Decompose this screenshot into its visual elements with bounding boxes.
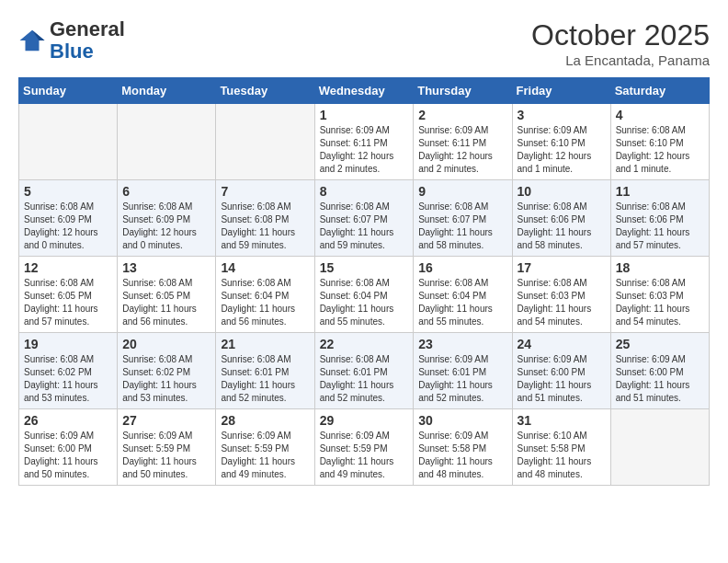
day-number: 24 <box>518 337 606 351</box>
calendar-cell: 7Sunrise: 6:08 AM Sunset: 6:08 PM Daylig… <box>216 180 314 257</box>
calendar-cell: 18Sunrise: 6:08 AM Sunset: 6:03 PM Dayli… <box>610 257 709 333</box>
day-number: 9 <box>418 184 506 199</box>
day-info: Sunrise: 6:08 AM Sunset: 6:06 PM Dayligh… <box>518 201 606 252</box>
day-info: Sunrise: 6:08 AM Sunset: 6:07 PM Dayligh… <box>418 201 506 252</box>
day-info: Sunrise: 6:09 AM Sunset: 5:59 PM Dayligh… <box>122 430 210 481</box>
weekday-header-tuesday: Tuesday <box>216 78 314 104</box>
day-number: 7 <box>221 184 309 199</box>
calendar-cell: 5Sunrise: 6:08 AM Sunset: 6:09 PM Daylig… <box>19 180 118 257</box>
calendar-cell: 15Sunrise: 6:08 AM Sunset: 6:04 PM Dayli… <box>314 257 414 333</box>
calendar-cell: 8Sunrise: 6:08 AM Sunset: 6:07 PM Daylig… <box>314 180 414 257</box>
weekday-header-friday: Friday <box>512 78 610 104</box>
day-number: 12 <box>24 260 112 275</box>
day-number: 14 <box>221 260 309 275</box>
calendar-cell: 22Sunrise: 6:08 AM Sunset: 6:01 PM Dayli… <box>314 333 414 409</box>
day-number: 31 <box>518 413 606 428</box>
day-info: Sunrise: 6:08 AM Sunset: 6:04 PM Dayligh… <box>221 277 309 328</box>
day-number: 28 <box>221 413 309 428</box>
calendar-week-5: 26Sunrise: 6:09 AM Sunset: 6:00 PM Dayli… <box>19 409 710 486</box>
day-info: Sunrise: 6:08 AM Sunset: 6:03 PM Dayligh… <box>616 277 704 328</box>
calendar-cell: 28Sunrise: 6:09 AM Sunset: 5:59 PM Dayli… <box>216 409 314 486</box>
day-info: Sunrise: 6:08 AM Sunset: 6:05 PM Dayligh… <box>24 277 112 328</box>
day-info: Sunrise: 6:08 AM Sunset: 6:04 PM Dayligh… <box>418 277 506 328</box>
calendar-cell: 6Sunrise: 6:08 AM Sunset: 6:09 PM Daylig… <box>118 180 216 257</box>
day-number: 18 <box>616 260 704 275</box>
day-info: Sunrise: 6:08 AM Sunset: 6:02 PM Dayligh… <box>122 353 210 405</box>
day-number: 10 <box>518 184 606 199</box>
calendar-cell: 21Sunrise: 6:08 AM Sunset: 6:01 PM Dayli… <box>216 333 314 409</box>
location: La Encantada, Panama <box>531 52 710 68</box>
day-info: Sunrise: 6:08 AM Sunset: 6:04 PM Dayligh… <box>320 277 409 328</box>
logo-blue: Blue <box>50 40 94 63</box>
calendar-cell: 25Sunrise: 6:09 AM Sunset: 6:00 PM Dayli… <box>610 333 709 409</box>
day-info: Sunrise: 6:09 AM Sunset: 6:00 PM Dayligh… <box>24 430 112 481</box>
day-info: Sunrise: 6:09 AM Sunset: 5:59 PM Dayligh… <box>221 430 309 481</box>
weekday-header-sunday: Sunday <box>19 78 118 104</box>
calendar-cell: 24Sunrise: 6:09 AM Sunset: 6:00 PM Dayli… <box>512 333 610 409</box>
day-number: 26 <box>24 413 112 428</box>
day-number: 4 <box>616 108 704 122</box>
day-info: Sunrise: 6:08 AM Sunset: 6:09 PM Dayligh… <box>122 201 210 252</box>
day-info: Sunrise: 6:09 AM Sunset: 6:11 PM Dayligh… <box>418 124 506 176</box>
day-info: Sunrise: 6:09 AM Sunset: 6:10 PM Dayligh… <box>518 124 606 176</box>
day-number: 11 <box>616 184 704 199</box>
calendar-week-4: 19Sunrise: 6:08 AM Sunset: 6:02 PM Dayli… <box>19 333 710 409</box>
day-number: 5 <box>24 184 112 199</box>
calendar-cell: 12Sunrise: 6:08 AM Sunset: 6:05 PM Dayli… <box>19 257 118 333</box>
calendar-cell <box>118 104 216 180</box>
weekday-header-thursday: Thursday <box>414 78 512 104</box>
calendar-cell: 23Sunrise: 6:09 AM Sunset: 6:01 PM Dayli… <box>414 333 512 409</box>
day-number: 15 <box>320 260 409 275</box>
calendar-cell <box>19 104 118 180</box>
calendar-cell: 10Sunrise: 6:08 AM Sunset: 6:06 PM Dayli… <box>512 180 610 257</box>
day-number: 19 <box>24 337 112 351</box>
calendar-cell: 29Sunrise: 6:09 AM Sunset: 5:59 PM Dayli… <box>314 409 414 486</box>
day-info: Sunrise: 6:08 AM Sunset: 6:10 PM Dayligh… <box>616 124 704 176</box>
title-block: October 2025 La Encantada, Panama <box>531 18 710 68</box>
day-info: Sunrise: 6:08 AM Sunset: 6:01 PM Dayligh… <box>221 353 309 405</box>
day-number: 25 <box>616 337 704 351</box>
calendar-week-1: 1Sunrise: 6:09 AM Sunset: 6:11 PM Daylig… <box>19 104 710 180</box>
day-number: 29 <box>320 413 409 428</box>
calendar-cell: 27Sunrise: 6:09 AM Sunset: 5:59 PM Dayli… <box>118 409 216 486</box>
calendar-cell: 13Sunrise: 6:08 AM Sunset: 6:05 PM Dayli… <box>118 257 216 333</box>
calendar-cell: 2Sunrise: 6:09 AM Sunset: 6:11 PM Daylig… <box>414 104 512 180</box>
day-info: Sunrise: 6:08 AM Sunset: 6:08 PM Dayligh… <box>221 201 309 252</box>
calendar-cell <box>610 409 709 486</box>
weekday-header-row: SundayMondayTuesdayWednesdayThursdayFrid… <box>19 78 710 104</box>
day-info: Sunrise: 6:09 AM Sunset: 5:59 PM Dayligh… <box>320 430 409 481</box>
day-info: Sunrise: 6:08 AM Sunset: 6:09 PM Dayligh… <box>24 201 112 252</box>
day-info: Sunrise: 6:09 AM Sunset: 6:01 PM Dayligh… <box>418 353 506 405</box>
day-info: Sunrise: 6:08 AM Sunset: 6:07 PM Dayligh… <box>320 201 409 252</box>
calendar-cell: 31Sunrise: 6:10 AM Sunset: 5:58 PM Dayli… <box>512 409 610 486</box>
day-number: 17 <box>518 260 606 275</box>
day-info: Sunrise: 6:09 AM Sunset: 6:00 PM Dayligh… <box>616 353 704 405</box>
calendar-cell: 9Sunrise: 6:08 AM Sunset: 6:07 PM Daylig… <box>414 180 512 257</box>
weekday-header-monday: Monday <box>118 78 216 104</box>
calendar-cell: 4Sunrise: 6:08 AM Sunset: 6:10 PM Daylig… <box>610 104 709 180</box>
day-number: 2 <box>418 108 506 122</box>
calendar-cell: 11Sunrise: 6:08 AM Sunset: 6:06 PM Dayli… <box>610 180 709 257</box>
day-info: Sunrise: 6:09 AM Sunset: 5:58 PM Dayligh… <box>418 430 506 481</box>
calendar-table: SundayMondayTuesdayWednesdayThursdayFrid… <box>18 77 710 486</box>
day-number: 1 <box>320 108 409 122</box>
logo-icon <box>18 27 46 54</box>
logo: General Blue <box>18 18 125 63</box>
day-info: Sunrise: 6:08 AM Sunset: 6:01 PM Dayligh… <box>320 353 409 405</box>
day-number: 3 <box>518 108 606 122</box>
day-number: 16 <box>418 260 506 275</box>
day-number: 22 <box>320 337 409 351</box>
day-number: 8 <box>320 184 409 199</box>
day-info: Sunrise: 6:08 AM Sunset: 6:06 PM Dayligh… <box>616 201 704 252</box>
calendar-cell: 1Sunrise: 6:09 AM Sunset: 6:11 PM Daylig… <box>314 104 414 180</box>
logo-general: General <box>50 17 125 40</box>
day-number: 20 <box>122 337 210 351</box>
weekday-header-wednesday: Wednesday <box>314 78 414 104</box>
calendar-cell: 3Sunrise: 6:09 AM Sunset: 6:10 PM Daylig… <box>512 104 610 180</box>
calendar-week-2: 5Sunrise: 6:08 AM Sunset: 6:09 PM Daylig… <box>19 180 710 257</box>
day-info: Sunrise: 6:08 AM Sunset: 6:05 PM Dayligh… <box>122 277 210 328</box>
weekday-header-saturday: Saturday <box>610 78 709 104</box>
day-number: 27 <box>122 413 210 428</box>
logo-text: General Blue <box>50 18 125 63</box>
day-number: 30 <box>418 413 506 428</box>
